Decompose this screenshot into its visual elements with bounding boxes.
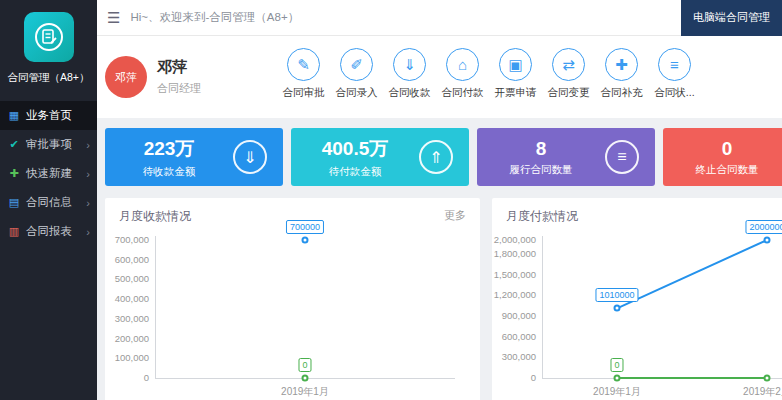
sidebar-item-business-home[interactable]: ▦ 业务首页: [0, 101, 97, 130]
chevron-right-icon: ›: [86, 139, 90, 151]
data-point-label: 700000: [286, 220, 324, 234]
contract-approval-icon: ✎: [287, 48, 320, 81]
stat-value: 8: [477, 138, 605, 160]
chevron-right-icon: ›: [86, 168, 90, 180]
download-circle-icon: ⇓: [233, 140, 267, 174]
sidebar-item-contract-reports[interactable]: ▥ 合同报表 ›: [0, 217, 97, 246]
contract-receipt-icon: ⇓: [393, 48, 426, 81]
quick-action-contract-supplement[interactable]: ✚ 合同补充: [595, 48, 648, 100]
user-role: 合同经理: [157, 81, 201, 96]
stat-label: 待付款金额: [291, 165, 419, 179]
app-title: 合同管理（A8+）: [0, 71, 97, 85]
main-content: 邓萍 邓萍 合同经理 ✎ 合同审批 ✐ 合同录入 ⇓ 合同收款 ⌂ 合同付款 ▣…: [97, 36, 782, 400]
plus-icon: ✚: [7, 167, 21, 180]
sidebar-item-label: 审批事项: [26, 137, 72, 152]
chart-series-lines: [105, 232, 480, 400]
chevron-right-icon: ›: [86, 197, 90, 209]
stack-icon: ≡: [605, 140, 639, 174]
sidebar-item-label: 合同报表: [26, 224, 72, 239]
quick-action-contract-entry[interactable]: ✐ 合同录入: [330, 48, 383, 100]
stat-card-active-contracts[interactable]: 8 履行合同数量 ≡: [477, 128, 655, 186]
data-point-label: 0: [298, 358, 311, 372]
check-icon: ✔: [7, 138, 21, 151]
data-point[interactable]: [764, 237, 771, 244]
monthly-payments-chart-panel: 月度付款情况 更多 2,000,0001,800,0001,500,0001,2…: [492, 198, 782, 400]
charts-row: 月度收款情况 更多 700,000600,000500,000400,00030…: [105, 198, 782, 400]
data-point-label: 2000000: [745, 220, 782, 234]
quick-action-contract-change[interactable]: ⇄ 合同变更: [542, 48, 595, 100]
avatar: 邓萍: [105, 56, 147, 98]
contract-supplement-icon: ✚: [605, 48, 638, 81]
data-point-label: 0: [610, 358, 623, 372]
contract-change-icon: ⇄: [552, 48, 585, 81]
desktop-contract-manager-button[interactable]: 电脑端合同管理: [681, 0, 782, 36]
sidebar-menu: ▦ 业务首页 ✔ 审批事项 › ✚ 快速新建 › ▤ 合同信息 › ▥ 合同报表…: [0, 101, 97, 246]
sidebar-item-quick-create[interactable]: ✚ 快速新建 ›: [0, 159, 97, 188]
stat-value: 223万: [105, 136, 233, 162]
stat-label: 终止合同数量: [663, 163, 782, 177]
quick-action-contract-status[interactable]: ≡ 合同状...: [648, 48, 701, 100]
sidebar-item-label: 合同信息: [26, 195, 72, 210]
quick-action-contract-payment[interactable]: ⌂ 合同付款: [436, 48, 489, 100]
stat-value: 0: [663, 138, 782, 160]
chart-title: 月度付款情况: [506, 208, 578, 225]
data-point[interactable]: [302, 237, 309, 244]
sidebar-item-contract-info[interactable]: ▤ 合同信息 ›: [0, 188, 97, 217]
document-icon: ▤: [7, 196, 21, 209]
welcome-text: Hi~、欢迎来到-合同管理（A8+）: [130, 10, 299, 25]
monthly-receipts-chart-panel: 月度收款情况 更多 700,000600,000500,000400,00030…: [105, 198, 480, 400]
user-block: 邓萍 邓萍 合同经理: [105, 56, 201, 98]
monthly-receipts-chart: 700,000600,000500,000400,000300,000200,0…: [105, 232, 480, 400]
stat-card-pending-receipts[interactable]: 223万 待收款金额 ⇓: [105, 128, 283, 186]
quick-action-invoice-request[interactable]: ▣ 开票申请: [489, 48, 542, 100]
quick-action-contract-approval[interactable]: ✎ 合同审批: [277, 48, 330, 100]
series-line: [617, 240, 767, 308]
stat-label: 待收款金额: [105, 165, 233, 179]
quick-action-contract-receipt[interactable]: ⇓ 合同收款: [383, 48, 436, 100]
stat-card-terminated-contracts[interactable]: 0 终止合同数量 ≡: [663, 128, 782, 186]
contract-payment-icon: ⌂: [446, 48, 479, 81]
data-point[interactable]: [614, 305, 621, 312]
data-point-label: 1010000: [595, 288, 638, 302]
topbar: ☰ Hi~、欢迎来到-合同管理（A8+） 电脑端合同管理: [97, 0, 782, 36]
data-point[interactable]: [764, 375, 771, 382]
hamburger-menu-icon[interactable]: ☰: [97, 9, 130, 27]
report-icon: ▥: [7, 225, 21, 238]
stat-label: 履行合同数量: [477, 163, 605, 177]
more-link[interactable]: 更多: [444, 208, 466, 225]
chevron-right-icon: ›: [86, 226, 90, 238]
app-logo: [24, 12, 74, 62]
sidebar: 合同管理（A8+） ▦ 业务首页 ✔ 审批事项 › ✚ 快速新建 › ▤ 合同信…: [0, 0, 97, 400]
contract-logo-icon: [33, 21, 65, 53]
chart-title: 月度收款情况: [119, 208, 191, 225]
quick-actions-row: ✎ 合同审批 ✐ 合同录入 ⇓ 合同收款 ⌂ 合同付款 ▣ 开票申请 ⇄ 合同变…: [277, 48, 701, 100]
user-name: 邓萍: [157, 58, 201, 77]
sidebar-item-label: 业务首页: [26, 108, 72, 123]
data-point[interactable]: [302, 375, 309, 382]
stat-value: 400.5万: [291, 136, 419, 162]
home-grid-icon: ▦: [7, 109, 21, 122]
sidebar-item-approvals[interactable]: ✔ 审批事项 ›: [0, 130, 97, 159]
sidebar-item-label: 快速新建: [26, 166, 72, 181]
invoice-request-icon: ▣: [499, 48, 532, 81]
stats-row: 223万 待收款金额 ⇓ 400.5万 待付款金额 ⇑ 8 履行合同数量 ≡ 0…: [105, 128, 782, 186]
contract-entry-icon: ✐: [340, 48, 373, 81]
stat-card-pending-payments[interactable]: 400.5万 待付款金额 ⇑: [291, 128, 469, 186]
chart-series-lines: [492, 232, 782, 400]
upload-circle-icon: ⇑: [419, 140, 453, 174]
contract-status-icon: ≡: [658, 48, 691, 81]
monthly-payments-chart: 2,000,0001,800,0001,500,0001,200,000900,…: [492, 232, 782, 400]
data-point[interactable]: [614, 375, 621, 382]
